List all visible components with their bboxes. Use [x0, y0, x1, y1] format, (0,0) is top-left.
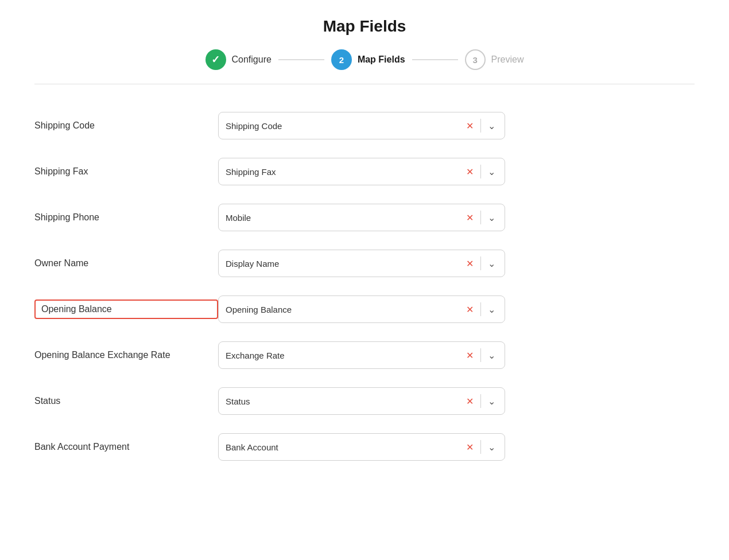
field-select-bank-account-payment[interactable]: Bank Account ✕ ⌄ — [218, 433, 505, 461]
field-label-opening-balance: Opening Balance — [34, 300, 218, 319]
chevron-down-icon-status[interactable]: ⌄ — [483, 396, 498, 407]
step-preview[interactable]: 3 Preview — [465, 49, 524, 70]
field-select-value-bank-account-payment: Bank Account — [226, 442, 462, 452]
field-label-shipping-fax: Shipping Fax — [34, 166, 218, 177]
field-select-value-exchange-rate: Exchange Rate — [226, 351, 462, 360]
step-map-fields-circle: 2 — [331, 49, 352, 70]
step-connector-1 — [278, 59, 324, 60]
field-select-value-shipping-code: Shipping Code — [226, 121, 462, 131]
field-row-shipping-phone: Shipping Phone Mobile ✕ ⌄ — [34, 195, 695, 240]
field-row-shipping-fax: Shipping Fax Shipping Fax ✕ ⌄ — [34, 149, 695, 195]
field-label-shipping-code: Shipping Code — [34, 120, 218, 131]
step-configure-label: Configure — [232, 55, 272, 65]
field-select-value-owner-name: Display Name — [226, 259, 462, 269]
field-label-status: Status — [34, 396, 218, 406]
field-select-divider-opening-balance — [480, 302, 481, 316]
field-select-divider-exchange-rate — [480, 348, 481, 362]
field-select-status[interactable]: Status ✕ ⌄ — [218, 387, 505, 415]
field-select-owner-name[interactable]: Display Name ✕ ⌄ — [218, 250, 505, 277]
chevron-down-icon-owner-name[interactable]: ⌄ — [483, 258, 498, 269]
field-label-owner-name: Owner Name — [34, 258, 218, 269]
field-label-exchange-rate: Opening Balance Exchange Rate — [34, 350, 218, 360]
field-select-clear-status[interactable]: ✕ — [462, 396, 478, 407]
field-select-divider-bank-account-payment — [480, 440, 481, 454]
field-row-shipping-code: Shipping Code Shipping Code ✕ ⌄ — [34, 103, 695, 149]
checkmark-icon: ✓ — [211, 53, 220, 66]
field-label-bank-account-payment: Bank Account Payment — [34, 442, 218, 452]
field-select-clear-owner-name[interactable]: ✕ — [462, 258, 478, 269]
field-select-clear-exchange-rate[interactable]: ✕ — [462, 350, 478, 361]
field-select-divider-status — [480, 394, 481, 408]
field-row-status: Status Status ✕ ⌄ — [34, 378, 695, 424]
step-configure[interactable]: ✓ Configure — [205, 49, 272, 70]
step-preview-number: 3 — [472, 55, 477, 65]
step-configure-circle: ✓ — [205, 49, 226, 70]
page-title: Map Fields — [34, 17, 695, 36]
chevron-down-icon-bank-account-payment[interactable]: ⌄ — [483, 442, 498, 453]
field-select-clear-bank-account-payment[interactable]: ✕ — [462, 442, 478, 453]
field-select-divider-owner-name — [480, 256, 481, 270]
step-map-fields[interactable]: 2 Map Fields — [331, 49, 405, 70]
stepper: ✓ Configure 2 Map Fields 3 Preview — [34, 49, 695, 84]
chevron-down-icon-exchange-rate[interactable]: ⌄ — [483, 350, 498, 361]
field-select-divider-shipping-phone — [480, 211, 481, 224]
step-preview-circle: 3 — [465, 49, 486, 70]
field-select-clear-opening-balance[interactable]: ✕ — [462, 304, 478, 315]
field-select-value-shipping-fax: Shipping Fax — [226, 167, 462, 177]
chevron-down-icon-shipping-phone[interactable]: ⌄ — [483, 212, 498, 223]
step-connector-2 — [412, 59, 458, 60]
step-preview-label: Preview — [491, 55, 524, 65]
step-map-fields-label: Map Fields — [358, 55, 405, 65]
field-select-clear-shipping-code[interactable]: ✕ — [462, 120, 478, 131]
chevron-down-icon-shipping-fax[interactable]: ⌄ — [483, 166, 498, 177]
step-map-fields-number: 2 — [339, 55, 344, 65]
field-select-divider-shipping-code — [480, 119, 481, 133]
field-select-value-opening-balance: Opening Balance — [226, 305, 462, 314]
field-select-shipping-fax[interactable]: Shipping Fax ✕ ⌄ — [218, 158, 505, 185]
field-select-shipping-code[interactable]: Shipping Code ✕ ⌄ — [218, 112, 505, 139]
field-select-divider-shipping-fax — [480, 165, 481, 178]
field-select-value-shipping-phone: Mobile — [226, 213, 462, 223]
chevron-down-icon-opening-balance[interactable]: ⌄ — [483, 304, 498, 315]
field-row-bank-account-payment: Bank Account Payment Bank Account ✕ ⌄ — [34, 424, 695, 470]
field-select-shipping-phone[interactable]: Mobile ✕ ⌄ — [218, 204, 505, 231]
fields-container: Shipping Code Shipping Code ✕ ⌄ Shipping… — [34, 103, 695, 470]
field-select-clear-shipping-phone[interactable]: ✕ — [462, 212, 478, 223]
field-label-shipping-phone: Shipping Phone — [34, 212, 218, 223]
field-row-exchange-rate: Opening Balance Exchange Rate Exchange R… — [34, 332, 695, 378]
field-label-opening-balance-text: Opening Balance — [34, 300, 218, 319]
field-row-opening-balance: Opening Balance Opening Balance ✕ ⌄ — [34, 286, 695, 332]
field-select-value-status: Status — [226, 396, 462, 406]
field-select-exchange-rate[interactable]: Exchange Rate ✕ ⌄ — [218, 341, 505, 369]
field-row-owner-name: Owner Name Display Name ✕ ⌄ — [34, 240, 695, 286]
field-select-opening-balance[interactable]: Opening Balance ✕ ⌄ — [218, 295, 505, 323]
field-select-clear-shipping-fax[interactable]: ✕ — [462, 166, 478, 177]
chevron-down-icon-shipping-code[interactable]: ⌄ — [483, 120, 498, 131]
